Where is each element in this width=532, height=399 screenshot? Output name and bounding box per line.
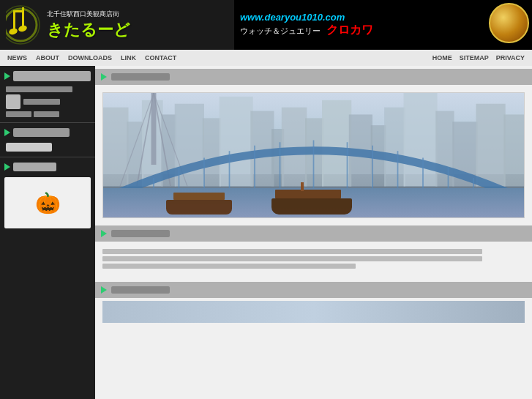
sidebar-line-1 — [6, 86, 72, 92]
header-text-block: 北千住駅西口美観商店街 きたるーど — [47, 10, 130, 41]
section-play-icon-2 — [101, 230, 107, 237]
music-note-icon — [6, 4, 41, 45]
water — [103, 188, 524, 217]
play-icon-2 — [4, 129, 10, 136]
boat-2-deck — [275, 190, 341, 198]
sidebar: 🎃 — [0, 66, 95, 399]
sidebar-divider-2 — [0, 157, 95, 157]
sidebar-play-2[interactable] — [0, 125, 95, 140]
nav-privacy[interactable]: PRIVACY — [496, 54, 525, 61]
ad-tagline: ウォッチ＆ジュエリー — [240, 26, 321, 35]
content-section-1 — [95, 66, 532, 88]
ad-tagline-block: ウォッチ＆ジュエリー クロカワ — [240, 23, 526, 38]
content-area — [95, 66, 532, 399]
sidebar-play-3[interactable] — [0, 160, 95, 174]
svg-rect-0 — [13, 10, 15, 31]
sidebar-line-3 — [6, 111, 31, 117]
svg-point-4 — [18, 24, 28, 33]
content-section-2 — [95, 223, 532, 279]
text-line-3 — [102, 264, 356, 269]
section-text-lines-2 — [102, 246, 525, 272]
section-play-icon-3 — [101, 286, 107, 294]
nav-link[interactable]: LINK — [121, 54, 136, 61]
bottom-image-preview — [102, 301, 525, 323]
header-left: 北千住駅西口美観商店街 きたるーど — [0, 0, 234, 50]
nav-home[interactable]: HOME — [432, 54, 452, 61]
nav-sitemap[interactable]: SITEMAP — [460, 54, 489, 61]
main-image-container — [102, 92, 525, 218]
ad-brand: クロカワ — [326, 23, 373, 36]
section-header-1 — [95, 69, 532, 85]
sidebar-line-5 — [6, 143, 52, 152]
sidebar-play-1[interactable] — [0, 69, 95, 83]
text-line-2 — [102, 256, 482, 261]
section-header-2 — [95, 225, 532, 242]
content-section-3 — [95, 282, 532, 326]
arch-bridge-svg — [103, 119, 524, 200]
svg-point-5 — [6, 9, 37, 41]
header-ad[interactable]: www.dearyou1010.com ウォッチ＆ジュエリー クロカワ — [234, 0, 532, 50]
nav-news[interactable]: NEWS — [7, 54, 27, 61]
boat-2 — [271, 198, 352, 215]
sidebar-widget[interactable]: 🎃 — [4, 177, 91, 228]
boat-2-mast — [301, 182, 304, 191]
sidebar-bar-2 — [13, 128, 70, 137]
text-line-1 — [102, 249, 482, 254]
header-title: きたるーど — [47, 19, 130, 41]
sidebar-text-1 — [0, 83, 95, 120]
section-header-3 — [95, 282, 532, 298]
play-icon-1 — [4, 72, 10, 80]
sidebar-bar-1 — [13, 71, 91, 81]
play-icon-3 — [4, 163, 10, 171]
header-subtitle: 北千住駅西口美観商店街 — [47, 10, 130, 19]
main-layout: 🎃 — [0, 66, 532, 399]
nav-about[interactable]: ABOUT — [36, 54, 59, 61]
sidebar-line-2 — [23, 99, 60, 105]
main-image — [103, 93, 524, 217]
ad-url: www.dearyou1010.com — [240, 12, 526, 23]
sidebar-text-2 — [0, 140, 95, 154]
nav-contact[interactable]: CONTACT — [145, 54, 176, 61]
section-header-bar-1 — [111, 73, 170, 81]
nav-bar: NEWS ABOUT DOWNLOADS LINK CONTACT HOME S… — [0, 50, 532, 66]
section-header-bar-2 — [111, 230, 170, 237]
section-play-icon-1 — [101, 73, 107, 81]
sidebar-small-box — [6, 94, 20, 109]
header: 北千住駅西口美観商店街 きたるーど www.dearyou1010.com ウォ… — [0, 0, 532, 50]
section-header-bar-3 — [111, 286, 170, 294]
boat-1-deck — [173, 193, 225, 200]
sidebar-divider-1 — [0, 122, 95, 123]
sidebar-line-4 — [34, 111, 59, 117]
nav-right: HOME SITEMAP PRIVACY — [432, 54, 525, 61]
svg-point-3 — [8, 27, 18, 36]
nav-left: NEWS ABOUT DOWNLOADS LINK CONTACT — [7, 54, 176, 61]
boat-1 — [166, 200, 232, 215]
widget-icon: 🎃 — [35, 191, 61, 215]
nav-downloads[interactable]: DOWNLOADS — [68, 54, 112, 61]
sidebar-bar-3 — [13, 163, 56, 171]
section-body-2 — [95, 242, 532, 276]
gold-decoration — [489, 3, 529, 43]
